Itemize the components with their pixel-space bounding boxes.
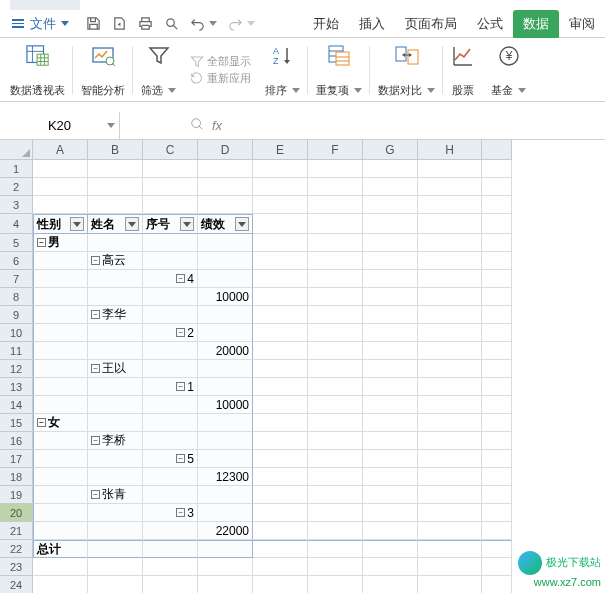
reapply-button[interactable]: 重新应用	[190, 71, 251, 86]
tab-layout[interactable]: 页面布局	[395, 10, 467, 38]
cell[interactable]	[253, 214, 308, 234]
cell[interactable]	[143, 558, 198, 576]
cell[interactable]	[482, 234, 512, 252]
cell[interactable]	[253, 270, 308, 288]
cell[interactable]	[363, 214, 418, 234]
pivot-cell[interactable]: 女	[33, 414, 88, 432]
cell[interactable]	[418, 378, 482, 396]
undo-dropdown-icon[interactable]	[209, 21, 217, 26]
pivot-cell[interactable]: 4	[143, 270, 198, 288]
select-all-corner[interactable]	[0, 140, 33, 160]
pivot-cell[interactable]	[88, 450, 143, 468]
pivot-cell[interactable]	[88, 414, 143, 432]
cell[interactable]	[482, 306, 512, 324]
cell[interactable]	[253, 468, 308, 486]
pivot-cell[interactable]	[143, 360, 198, 378]
cell[interactable]	[363, 396, 418, 414]
cell[interactable]	[198, 196, 253, 214]
cell[interactable]	[308, 432, 363, 450]
cell[interactable]	[418, 360, 482, 378]
cell[interactable]	[418, 214, 482, 234]
pivot-cell[interactable]	[143, 396, 198, 414]
cell[interactable]	[418, 288, 482, 306]
cell[interactable]	[418, 306, 482, 324]
collapse-icon[interactable]	[176, 274, 185, 283]
cell[interactable]	[363, 288, 418, 306]
pivot-field-gender[interactable]: 性别	[33, 214, 88, 234]
pivot-cell[interactable]	[33, 270, 88, 288]
pivot-cell[interactable]	[88, 522, 143, 540]
pivot-cell[interactable]	[143, 522, 198, 540]
pivot-cell[interactable]	[198, 378, 253, 396]
compare-button[interactable]: 数据对比	[370, 42, 443, 100]
pivot-cell[interactable]	[88, 396, 143, 414]
collapse-icon[interactable]	[91, 490, 100, 499]
cell[interactable]	[363, 468, 418, 486]
cell[interactable]	[253, 486, 308, 504]
row-header[interactable]: 10	[0, 324, 33, 342]
cell[interactable]	[363, 306, 418, 324]
fund-button[interactable]: ¥ 基金	[483, 42, 534, 100]
pivot-cell[interactable]	[88, 342, 143, 360]
pivot-cell[interactable]	[33, 522, 88, 540]
pivot-cell[interactable]: 1	[143, 378, 198, 396]
row-header[interactable]: 2	[0, 178, 33, 196]
smart-analysis-button[interactable]: 智能分析	[73, 42, 133, 100]
cell[interactable]	[363, 234, 418, 252]
pivot-cell[interactable]	[33, 504, 88, 522]
pivot-cell[interactable]	[33, 360, 88, 378]
tab-start[interactable]: 开始	[303, 10, 349, 38]
name-box[interactable]: K20	[0, 112, 120, 140]
row-header[interactable]: 16	[0, 432, 33, 450]
pivot-cell[interactable]: 22000	[198, 522, 253, 540]
pivot-cell[interactable]	[143, 252, 198, 270]
pivot-cell[interactable]: 张青	[88, 486, 143, 504]
col-header-E[interactable]: E	[253, 140, 308, 160]
pivot-cell[interactable]: 李桥	[88, 432, 143, 450]
pivot-cell[interactable]	[143, 432, 198, 450]
row-header[interactable]: 4	[0, 214, 33, 234]
pivot-cell[interactable]: 李华	[88, 306, 143, 324]
cell[interactable]	[363, 558, 418, 576]
pivot-cell[interactable]	[198, 432, 253, 450]
cell[interactable]	[482, 270, 512, 288]
pivot-cell[interactable]	[33, 432, 88, 450]
pivot-cell[interactable]	[88, 324, 143, 342]
cell[interactable]	[308, 252, 363, 270]
pivot-cell[interactable]	[33, 342, 88, 360]
cell[interactable]	[198, 160, 253, 178]
cell[interactable]	[418, 468, 482, 486]
row-header[interactable]: 6	[0, 252, 33, 270]
cell[interactable]	[253, 414, 308, 432]
cell[interactable]	[363, 522, 418, 540]
filter-dropdown-icon[interactable]	[180, 217, 194, 231]
preview-icon[interactable]	[163, 16, 179, 32]
collapse-icon[interactable]	[176, 382, 185, 391]
cell[interactable]	[363, 486, 418, 504]
pivot-cell[interactable]	[143, 234, 198, 252]
cell[interactable]	[418, 450, 482, 468]
cell[interactable]	[418, 486, 482, 504]
row-header[interactable]: 5	[0, 234, 33, 252]
cell[interactable]	[88, 196, 143, 214]
pivot-field-seq[interactable]: 序号	[143, 214, 198, 234]
pivot-cell[interactable]	[143, 486, 198, 504]
cell[interactable]	[308, 196, 363, 214]
pivot-cell[interactable]	[198, 414, 253, 432]
cell[interactable]	[418, 342, 482, 360]
pivot-cell[interactable]	[198, 252, 253, 270]
pivot-cell[interactable]	[198, 504, 253, 522]
cell[interactable]	[418, 540, 482, 558]
cell[interactable]	[482, 288, 512, 306]
cell[interactable]	[308, 214, 363, 234]
filter-dropdown-icon[interactable]	[235, 217, 249, 231]
cell[interactable]	[482, 468, 512, 486]
cell[interactable]	[418, 576, 482, 593]
cell[interactable]	[253, 360, 308, 378]
cell[interactable]	[253, 432, 308, 450]
cell[interactable]	[253, 288, 308, 306]
cell[interactable]	[363, 196, 418, 214]
pivot-cell[interactable]: 3	[143, 504, 198, 522]
row-header[interactable]: 1	[0, 160, 33, 178]
cell[interactable]	[363, 270, 418, 288]
